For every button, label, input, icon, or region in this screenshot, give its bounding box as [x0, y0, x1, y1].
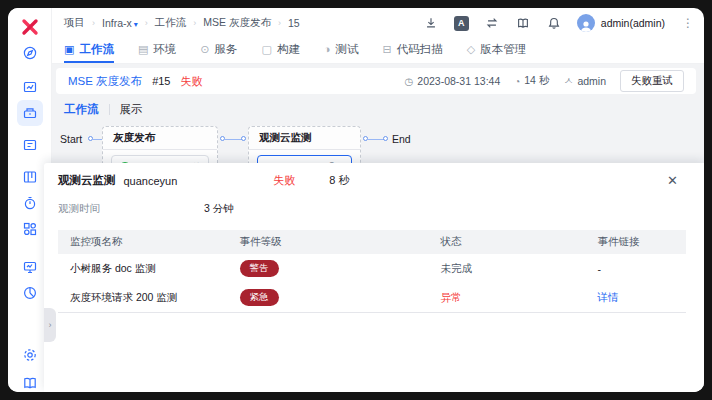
retry-failed-button[interactable]: 失败重试 — [620, 70, 684, 92]
module-tabbar: ▣工作流 ▤环境 ⊙服务 ▢构建 ◑测试 ⊟代码扫描 ◇版本管理 — [52, 38, 704, 64]
event-link: - — [598, 263, 602, 275]
sidebar-item-reports[interactable] — [17, 132, 43, 158]
breadcrumb-item-space[interactable]: Infra-x▾ — [102, 17, 138, 29]
status-text: 未完成 — [441, 262, 473, 274]
tab-services[interactable]: ⊙服务 — [200, 38, 237, 63]
observe-time-value: 3 分钟 — [204, 202, 234, 216]
tab-test[interactable]: ◑测试 — [324, 38, 359, 63]
book-icon — [22, 375, 38, 391]
run-meta: ◷2023-08-31 13:44 ◔14 秒 ㅅadmin 失败重试 — [405, 70, 684, 92]
components-icon — [22, 221, 38, 237]
run-status-badge: 失败 — [180, 74, 202, 89]
tab-label: 环境 — [153, 42, 176, 57]
breadcrumb-item-workflow[interactable]: 工作流 — [155, 16, 187, 30]
user-menu[interactable]: admin(admin) — [577, 14, 665, 32]
col-event-level: 事件等级 — [228, 230, 429, 254]
sidebar-expand-handle[interactable]: › — [44, 308, 56, 342]
scan-icon: ⊟ — [383, 44, 392, 55]
table-header-row: 监控项名称 事件等级 状态 事件链接 — [58, 230, 686, 254]
drawer-header: 观测云监测 quanceyun 失败 8 秒 ✕ — [58, 173, 690, 188]
level-badge: 警告 — [240, 260, 279, 277]
avatar — [577, 14, 595, 32]
monitor-name: 灰度环境请求 200 监测 — [58, 283, 228, 313]
subtab-display[interactable]: 展示 — [120, 102, 143, 117]
language-button[interactable]: A — [454, 16, 469, 31]
chevron-down-icon: ▾ — [134, 20, 138, 29]
logo-x-icon — [21, 18, 39, 36]
brand-logo[interactable] — [17, 14, 43, 40]
view-subtabs: 工作流 展示 — [64, 102, 143, 117]
sidebar-item-settings[interactable] — [17, 342, 43, 368]
breadcrumb-item-project[interactable]: 项目 — [64, 16, 85, 30]
event-detail-link[interactable]: 详情 — [598, 291, 619, 303]
compass-icon — [22, 45, 38, 61]
status-text: 异常 — [441, 291, 462, 303]
node-detail-drawer: 观测云监测 quanceyun 失败 8 秒 ✕ 观测时间 3 分钟 监控项名称… — [44, 163, 704, 392]
breadcrumb-item-pipeline[interactable]: MSE 灰度发布 — [203, 16, 271, 30]
breadcrumb-separator: › — [278, 18, 281, 28]
breadcrumb-separator: › — [193, 18, 196, 28]
app-window: › 项目 › Infra-x▾ › 工作流 › MSE 灰度发布 › 15 A — [8, 8, 704, 392]
topbar-actions: A admin(admin) ⋮ — [423, 14, 694, 32]
tab-version-management[interactable]: ◇版本管理 — [467, 38, 526, 63]
tab-label: 工作流 — [79, 42, 114, 57]
sidebar-item-insight[interactable] — [17, 74, 43, 100]
window-icon: ▤ — [138, 44, 148, 55]
run-name-link[interactable]: MSE 灰度发布 — [68, 74, 142, 89]
tab-label: 版本管理 — [480, 42, 526, 57]
bell-icon — [547, 16, 561, 30]
close-icon[interactable]: ✕ — [655, 173, 690, 188]
sidebar-item-monitor[interactable] — [17, 254, 43, 280]
breadcrumb-item-run[interactable]: 15 — [288, 17, 300, 29]
build-icon: ▢ — [262, 44, 272, 55]
tab-code-scan[interactable]: ⊟代码扫描 — [383, 38, 443, 63]
timer-icon — [22, 195, 38, 211]
sidebar-item-test[interactable] — [17, 190, 43, 216]
observe-time-row: 观测时间 3 分钟 — [58, 202, 690, 216]
run-header-card: MSE 灰度发布 #15 失败 ◷2023-08-31 13:44 ◔14 秒 … — [56, 68, 696, 94]
download-button[interactable] — [423, 15, 439, 31]
tab-environment[interactable]: ▤环境 — [138, 38, 176, 63]
diamond-icon: ◇ — [467, 44, 475, 55]
breadcrumb: 项目 › Infra-x▾ › 工作流 › MSE 灰度发布 › 15 — [64, 16, 300, 30]
col-status: 状态 — [429, 230, 586, 254]
sidebar-item-analytics[interactable] — [17, 280, 43, 306]
switch-button[interactable] — [484, 15, 500, 31]
stage-title: 观测云监测 — [249, 127, 360, 150]
run-duration: ◔14 秒 — [514, 74, 549, 88]
sidebar-item-docs[interactable] — [17, 370, 43, 392]
pie-chart-icon — [22, 285, 38, 301]
tab-label: 构建 — [277, 42, 300, 57]
user-name: admin(admin) — [601, 17, 665, 29]
switch-arrows-icon — [485, 16, 499, 30]
tab-build[interactable]: ▢构建 — [262, 38, 300, 63]
breadcrumb-separator: › — [145, 18, 148, 28]
tab-workflow[interactable]: ▣工作流 — [64, 38, 114, 63]
clock-icon: ◷ — [405, 76, 414, 87]
gear-icon — [22, 347, 38, 363]
notifications-button[interactable] — [546, 15, 562, 31]
sidebar-item-board[interactable] — [17, 164, 43, 190]
table-row: 灰度环境请求 200 监测 紧急 异常 详情 — [58, 283, 686, 313]
overflow-menu-icon[interactable]: ⋮ — [682, 16, 694, 30]
subtab-workflow[interactable]: 工作流 — [64, 102, 99, 117]
help-docs-button[interactable] — [515, 15, 531, 31]
monitor-name: 小树服务 doc 监测 — [58, 254, 228, 283]
download-icon — [424, 16, 438, 30]
topbar: 项目 › Infra-x▾ › 工作流 › MSE 灰度发布 › 15 A — [52, 8, 704, 38]
level-badge: 紧急 — [240, 289, 279, 306]
stopwatch-icon: ◔ — [514, 76, 520, 87]
sidebar-item-components[interactable] — [17, 216, 43, 242]
pipeline-end-label: End — [392, 133, 411, 145]
metrics-card-icon — [22, 79, 38, 95]
pipeline-folder-icon — [22, 105, 38, 121]
sidebar-item-pipelines[interactable] — [17, 100, 43, 126]
sidebar-item-dashboard[interactable] — [17, 40, 43, 66]
run-start-time: ◷2023-08-31 13:44 — [405, 75, 501, 87]
tab-label: 服务 — [215, 42, 238, 57]
flow-icon: ▣ — [64, 44, 74, 55]
run-number: #15 — [152, 75, 170, 87]
connector-dot — [241, 136, 246, 141]
observe-time-label: 观测时间 — [58, 202, 204, 216]
subtab-divider — [109, 104, 110, 115]
